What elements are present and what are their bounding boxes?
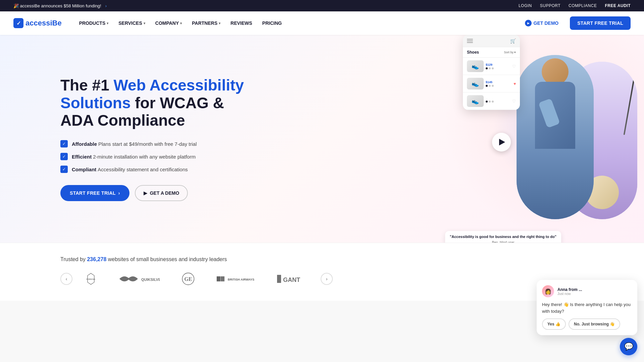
nav-partners[interactable]: PARTNERS ▾	[188, 18, 224, 28]
main-nav: ✓ accessiBe PRODUCTS ▾ SERVICES ▾ COMPAN…	[0, 11, 644, 35]
svg-rect-9	[277, 275, 281, 283]
shoe-image-1: 👟	[467, 60, 484, 72]
shoe-info-1: $129	[486, 63, 510, 69]
cane	[624, 69, 637, 135]
logos-row: ‹ PORSCHE QUIKSILVER	[60, 270, 617, 287]
shoe-image-3: 👟	[467, 95, 484, 107]
phone-sort-bar: Shoes Sort by ▾	[463, 47, 520, 58]
svg-text:GANT: GANT	[283, 277, 300, 283]
hero-title: The #1 Web Accessibility Solutions for W…	[60, 76, 262, 130]
hero-section: The #1 Web Accessibility Solutions for W…	[0, 35, 644, 243]
chat-avatar: 👩	[542, 285, 554, 297]
start-trial-nav-button[interactable]: START FREE TRIAL	[570, 16, 631, 30]
feature-affordable: ✓ AffordablePlans start at $49/month wit…	[60, 140, 262, 147]
announcement-text: 🎉 accessiBe announces $58 Million fundin…	[13, 3, 101, 8]
svg-text:QUIKSILVER: QUIKSILVER	[141, 278, 160, 282]
svg-text:GE: GE	[184, 276, 192, 282]
play-icon: ▶	[525, 20, 532, 26]
svg-text:PORSCHE: PORSCHE	[87, 278, 96, 280]
brand-logo-gant: GANT	[277, 270, 311, 287]
hero-visual: 🛒 Shoes Sort by ▾ 👟 $129 ♡	[449, 35, 644, 243]
person-1-head	[542, 58, 569, 85]
brand-logo-british-airways: BRITISH AIRWAYS	[217, 270, 257, 287]
nav-services[interactable]: SERVICES ▾	[114, 18, 149, 28]
logos-next-button[interactable]: ›	[321, 273, 333, 285]
shoe-dots-2	[486, 85, 512, 87]
nav-company[interactable]: COMPANY ▾	[151, 18, 186, 28]
shoe-info-2: $145	[486, 80, 512, 87]
login-link[interactable]: LOGIN	[519, 3, 532, 8]
phone-header: 🛒	[463, 35, 520, 47]
svg-text:BRITISH AIRWAYS: BRITISH AIRWAYS	[228, 278, 254, 281]
nav-products[interactable]: PRODUCTS ▾	[75, 18, 113, 28]
nav-right: ▶ GET DEMO START FREE TRIAL	[519, 16, 631, 30]
phone-mockup: 🛒 Shoes Sort by ▾ 👟 $129 ♡	[463, 35, 520, 110]
cart-icon: 🛒	[510, 38, 516, 44]
arrow-right-icon: ›	[118, 190, 120, 196]
brand-logo-ge: GE	[180, 270, 197, 287]
svg-rect-7	[225, 277, 226, 282]
support-link[interactable]: SUPPORT	[540, 3, 560, 8]
nav-items: PRODUCTS ▾ SERVICES ▾ COMPANY ▾ PARTNERS…	[75, 18, 519, 28]
chat-header: 👩 Anna from ... Just now	[542, 285, 632, 297]
shoe-dots-1	[486, 67, 510, 69]
shoe-item-2: 👟 $145 ♥	[463, 75, 520, 93]
svg-rect-5	[217, 277, 220, 282]
hero-content: The #1 Web Accessibility Solutions for W…	[60, 76, 262, 201]
logo-icon: ✓	[13, 18, 23, 28]
logo-text-span: accessiBe	[25, 19, 62, 27]
shoe-image-2: 👟	[467, 78, 484, 89]
brand-logo-quiksilver: QUIKSILVER	[119, 270, 160, 287]
logo[interactable]: ✓ accessiBe	[13, 18, 62, 28]
announcement-arrow[interactable]: ›	[105, 3, 107, 8]
shoe-heart-2[interactable]: ♥	[514, 81, 516, 86]
announcement-bar[interactable]: 🎉 accessiBe announces $58 Million fundin…	[13, 3, 107, 8]
nav-reviews[interactable]: REVIEWS	[226, 18, 256, 28]
shoe-heart-3[interactable]: ♡	[512, 99, 516, 104]
play-demo-icon: ▶	[144, 190, 147, 196]
chat-agent-name: Anna from ...	[557, 287, 632, 292]
nav-pricing[interactable]: PRICING	[258, 18, 286, 28]
trusted-count: 236,278	[87, 256, 106, 262]
chat-agent-info: Anna from ... Just now	[557, 287, 632, 296]
shoe-dots-3	[486, 101, 510, 103]
logos-prev-button[interactable]: ‹	[60, 273, 72, 285]
shoe-heart-1[interactable]: ♡	[512, 64, 516, 69]
company-chevron-icon: ▾	[180, 21, 182, 25]
check-icon-efficient: ✓	[60, 153, 68, 160]
services-chevron-icon: ▾	[144, 21, 145, 25]
quote-text: "Accessibility is good for business and …	[450, 234, 556, 239]
hero-demo-button[interactable]: ▶ GET A DEMO	[135, 185, 188, 201]
hero-features: ✓ AffordablePlans start at $49/month wit…	[60, 140, 262, 173]
brand-logo-porsche: PORSCHE	[83, 270, 99, 287]
brand-logos: PORSCHE QUIKSILVER GE	[72, 270, 321, 287]
person-circle-1	[517, 55, 594, 219]
free-audit-link[interactable]: FREE AUDIT	[605, 3, 631, 8]
person-1-bg	[517, 55, 594, 219]
feature-compliant: ✓ CompliantAccessibility statement and c…	[60, 166, 262, 173]
check-icon-compliant: ✓	[60, 166, 68, 173]
compliance-link[interactable]: COMPLIANCE	[569, 3, 597, 8]
trusted-text: Trusted by 236,278 websites of small bus…	[60, 256, 617, 262]
chat-bubble: 👩 Anna from ... Just now Hey there! 👋 Is…	[537, 280, 637, 301]
top-bar: 🎉 accessiBe announces $58 Million fundin…	[0, 0, 644, 11]
logo-text: accessiBe	[25, 19, 62, 27]
shoe-item-3: 👟 ♡	[463, 93, 520, 110]
play-button[interactable]	[492, 133, 511, 152]
hero-buttons: START FREE TRIAL › ▶ GET A DEMO	[60, 185, 262, 201]
top-bar-links: LOGIN SUPPORT COMPLIANCE FREE AUDIT	[519, 3, 631, 8]
quote-author: Ben, blind user	[450, 241, 556, 243]
chat-time: Just now	[557, 292, 632, 296]
partners-chevron-icon: ▾	[219, 21, 220, 25]
quote-bubble: "Accessibility is good for business and …	[445, 231, 561, 243]
play-triangle-icon	[499, 139, 505, 145]
svg-rect-6	[221, 277, 224, 282]
get-demo-button[interactable]: ▶ GET DEMO	[519, 16, 565, 30]
hero-trial-button[interactable]: START FREE TRIAL ›	[60, 185, 129, 201]
shoe-info-3	[486, 100, 510, 103]
shoe-item-1: 👟 $129 ♡	[463, 58, 520, 75]
products-chevron-icon: ▾	[107, 21, 108, 25]
check-icon-affordable: ✓	[60, 140, 68, 147]
sort-button[interactable]: Sort by ▾	[504, 51, 516, 54]
menu-icon	[467, 39, 473, 43]
